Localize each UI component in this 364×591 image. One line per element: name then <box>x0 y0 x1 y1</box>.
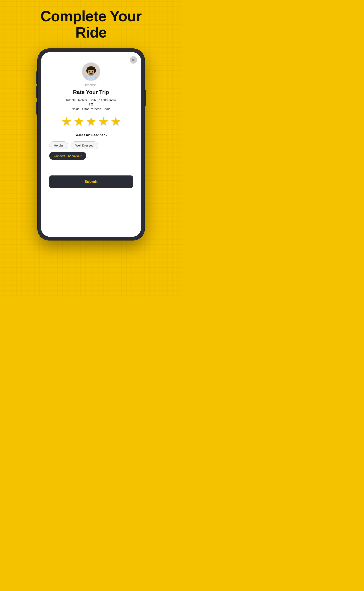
star-3[interactable]: ★ <box>86 116 97 127</box>
submit-section: Submit <box>47 163 135 188</box>
select-feedback-label: Select An Feedback <box>75 133 108 137</box>
svg-point-9 <box>92 71 93 73</box>
page-title: Complete Your Ride <box>40 8 141 41</box>
driver-name: Himanshu <box>84 83 98 87</box>
phone-mockup: Himanshu Rate Your Trip Rithala , Rohini… <box>38 49 144 240</box>
trip-from: Rithala , Rohini , Delhi , 11008, India <box>66 98 116 102</box>
svg-point-6 <box>86 68 88 73</box>
phone-screen: Himanshu Rate Your Trip Rithala , Rohini… <box>41 52 141 237</box>
svg-point-5 <box>87 66 95 70</box>
rate-trip-title: Rate Your Trip <box>73 89 109 95</box>
star-1[interactable]: ★ <box>61 116 72 127</box>
submit-button[interactable]: Submit <box>49 175 133 188</box>
screen-content: Himanshu Rate Your Trip Rithala , Rohini… <box>41 52 141 194</box>
star-2[interactable]: ★ <box>73 116 84 127</box>
driver-avatar <box>82 62 100 81</box>
chip-wonderful-behaviour[interactable]: wonderful behaviour <box>49 152 86 160</box>
feedback-chips-container: Helpful Well Dressed wonderful behaviour <box>47 141 135 160</box>
chip-well-dressed[interactable]: Well Dressed <box>71 141 98 149</box>
svg-point-8 <box>89 71 90 73</box>
star-5[interactable]: ★ <box>110 116 121 127</box>
phone-shell: Himanshu Rate Your Trip Rithala , Rohini… <box>38 49 144 240</box>
chip-helpful[interactable]: Helpful <box>49 141 68 149</box>
stars-rating[interactable]: ★ ★ ★ ★ ★ <box>61 116 121 127</box>
trip-to-label: TO <box>89 103 93 106</box>
close-button[interactable] <box>130 56 137 64</box>
star-4[interactable]: ★ <box>98 116 109 127</box>
svg-point-7 <box>94 68 96 73</box>
trip-to: Noida , Uttar Pardesh , India <box>72 107 110 110</box>
svg-point-10 <box>89 73 93 75</box>
